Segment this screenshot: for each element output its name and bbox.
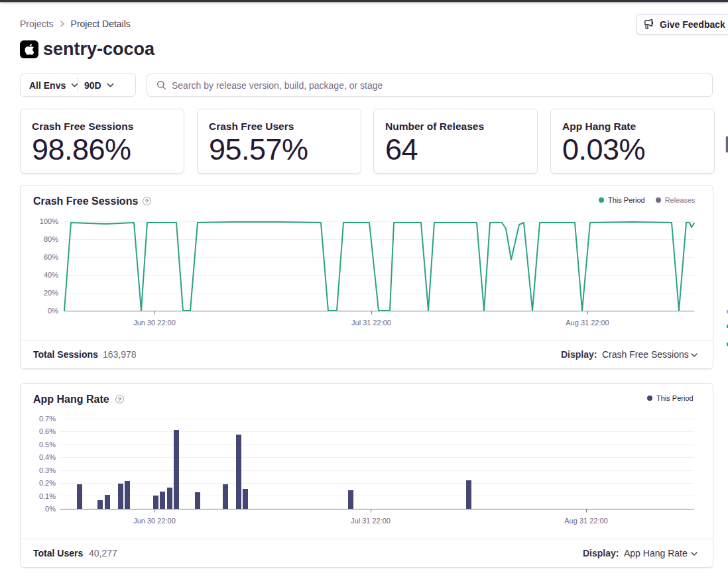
svg-text:Jun 30 22:00: Jun 30 22:00 [133,319,176,327]
svg-text:40%: 40% [44,271,58,279]
svg-text:0%: 0% [45,505,56,513]
svg-text:0%: 0% [48,307,58,315]
svg-text:Aug 31 22:00: Aug 31 22:00 [566,319,609,327]
svg-text:60%: 60% [44,253,58,261]
svg-text:0.2%: 0.2% [39,479,56,487]
svg-text:0.6%: 0.6% [39,427,56,435]
svg-text:80%: 80% [44,235,58,243]
svg-text:0.3%: 0.3% [39,466,56,474]
svg-text:100%: 100% [40,217,58,225]
svg-text:Aug 31 22:00: Aug 31 22:00 [564,517,607,525]
svg-text:Jun 30 22:00: Jun 30 22:00 [133,517,176,525]
svg-text:0.5%: 0.5% [39,441,56,449]
svg-text:0.4%: 0.4% [39,453,56,461]
svg-text:Jul 31 22:00: Jul 31 22:00 [351,517,391,525]
svg-text:20%: 20% [44,289,58,297]
svg-text:0.7%: 0.7% [39,415,56,423]
svg-text:0.1%: 0.1% [39,492,56,500]
svg-text:Jul 31 22:00: Jul 31 22:00 [351,319,391,327]
